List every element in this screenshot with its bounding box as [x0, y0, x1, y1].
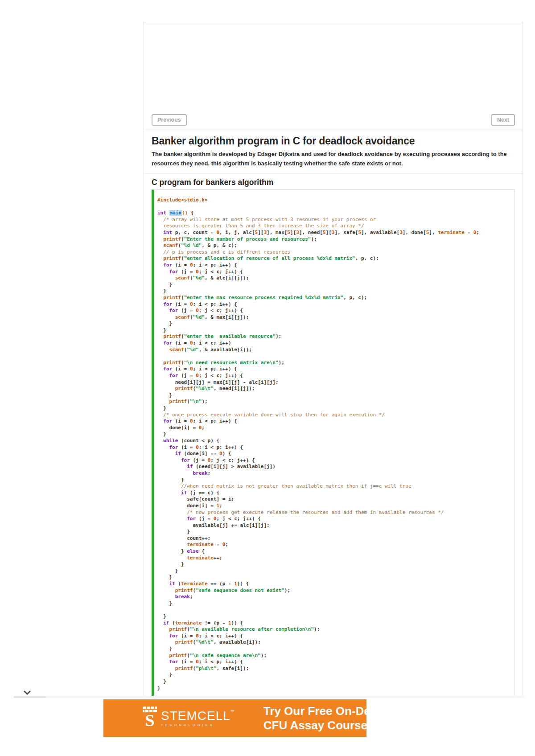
code-line: for (i = 0; i < p; i++) { — [157, 659, 511, 666]
code-line: for (i = 0; i < p; i++) { — [157, 418, 511, 425]
code-line: /* now process get execute release the r… — [157, 509, 511, 516]
code-block: #include<stdio.h> int main() { /* array … — [152, 189, 515, 696]
divider-section — [144, 173, 523, 174]
code-line: } — [157, 392, 511, 399]
code-line: for (j = 0; j < c; j++) { — [157, 516, 511, 522]
chevron-down-icon — [24, 689, 31, 693]
code-line: scanf("%d", & max[i][j]); — [157, 314, 511, 321]
code-line: for (i = 0; i < p; i++) { — [157, 366, 511, 373]
code-line: } — [157, 477, 511, 484]
code-line: for (j = 0; j < c; j++) { — [157, 457, 511, 464]
pager-nav: Previous Next — [152, 114, 515, 126]
code-line: resources is greater than 5 and 3 then i… — [157, 223, 511, 230]
next-button[interactable]: Next — [491, 114, 515, 126]
previous-button[interactable]: Previous — [152, 114, 187, 126]
code-line: printf("\n"); — [157, 399, 511, 405]
code-line: terminate++; — [157, 555, 511, 562]
code-line: scanf("%d %d", & p, & c); — [157, 242, 511, 249]
code-line — [157, 353, 511, 360]
section-heading: C program for bankers algorithm — [152, 178, 515, 187]
top-ad-placeholder — [152, 22, 515, 114]
code-line: } — [157, 320, 511, 327]
stemcell-logo: S STEMCELL™ TECHNOLOGIES — [142, 707, 235, 730]
content-container: Previous Next Banker algorithm program i… — [144, 22, 523, 696]
stemcell-shield-icon: S — [142, 707, 158, 730]
code-line: printf("enter allocation of resource of … — [157, 255, 511, 262]
code-line: break; — [157, 594, 511, 600]
ad-banner[interactable]: S STEMCELL™ TECHNOLOGIES Try Our Free On… — [103, 699, 366, 737]
ad-headline-line1: Try Our Free On-Dem — [263, 704, 366, 718]
stemcell-logo-subtext: TECHNOLOGIES — [161, 723, 235, 727]
code-line: done[i] = 0; — [157, 425, 511, 431]
code-line: if (terminate != (p - 1)) { — [157, 620, 511, 627]
code-line: } — [157, 600, 511, 607]
code-line: done[i] = 1; — [157, 503, 511, 509]
stemcell-logo-name: STEMCELL™ — [161, 710, 235, 722]
code-line: } — [157, 288, 511, 295]
code-line: safe[count] = i; — [157, 496, 511, 503]
code-line: } else { — [157, 548, 511, 555]
code-line: for (i = 0; i < c; i++) — [157, 340, 511, 347]
code-line: //when need matrix is not greater then a… — [157, 483, 511, 490]
code-line: printf("%d\t", need[i][j]); — [157, 386, 511, 392]
stemcell-logo-text: STEMCELL™ TECHNOLOGIES — [161, 710, 235, 727]
code-line: } — [157, 431, 511, 438]
code-line: } — [157, 646, 511, 653]
code-line: for (i = 0; i < p; i++) { — [157, 262, 511, 269]
code-line: available[j] += alc[i][j]; — [157, 522, 511, 529]
code-line: if (j == c) { — [157, 490, 511, 497]
code-line: } — [157, 561, 511, 568]
code-line: /* array will store at most 5 process wi… — [157, 217, 511, 223]
code-line: #include<stdio.h> — [157, 197, 511, 204]
code-line: /* once process execute variable done wi… — [157, 412, 511, 419]
code-line: if (need[i][j] > available[j]) — [157, 464, 511, 470]
code-line: printf("p%d\t", safe[i]); — [157, 666, 511, 672]
code-line — [157, 607, 511, 613]
code-line: } — [157, 405, 511, 412]
code-line: } — [157, 568, 511, 575]
code-line: printf("safe sequence does not exist"); — [157, 588, 511, 594]
code-line: printf("Enter the number of process and … — [157, 236, 511, 243]
code-line: } — [157, 529, 511, 535]
code-line: } — [157, 672, 511, 678]
code-line: printf("\n need resources matrix are\n")… — [157, 360, 511, 366]
code-line: } — [157, 613, 511, 620]
code-line: break; — [157, 470, 511, 477]
code-line: if (terminate == (p - 1)) { — [157, 581, 511, 588]
code-line: // p is process and c is diffrent resour… — [157, 249, 511, 256]
code-line: while (count < p) { — [157, 438, 511, 444]
code-line: int main() { — [157, 210, 511, 217]
code-line: for (j = 0; j < c; j++) { — [157, 373, 511, 379]
code-line: for (j = 0; j < c; j++) { — [157, 269, 511, 275]
code-line: } — [157, 678, 511, 685]
code-line — [157, 204, 511, 210]
code-line: } — [157, 574, 511, 581]
divider-top — [144, 130, 523, 130]
code-line: printf("enter the available resource"); — [157, 333, 511, 340]
code-line: for (i = 0; i < p; i++) { — [157, 301, 511, 308]
ad-headline: Try Our Free On-Dem CFU Assay Course. — [263, 704, 366, 732]
code-line: printf("\n available resource after comp… — [157, 626, 511, 633]
code-line: for (j = 0; j < c; j++) { — [157, 308, 511, 314]
horizontal-scrollbar[interactable] — [14, 696, 525, 698]
code-line: printf("enter the max resource process r… — [157, 295, 511, 301]
code-line: } — [157, 327, 511, 334]
code-line: } — [157, 282, 511, 288]
code-line: for (i = 0; i < c; i++) { — [157, 633, 511, 640]
code-line: if (done[i] == 0) { — [157, 451, 511, 457]
code-line: printf("\n safe sequence are\n"); — [157, 653, 511, 659]
code-line: } — [157, 685, 511, 692]
scrollbar-thumb[interactable] — [14, 696, 46, 698]
page-title: Banker algorithm program in C for deadlo… — [152, 135, 515, 147]
ad-headline-line2: CFU Assay Course. — [263, 718, 366, 732]
trademark-symbol: ™ — [230, 709, 235, 714]
code-line: need[i][j] = max[i][j] - alc[i][j]; — [157, 379, 511, 386]
article-description: The banker algorithm is developed by Eds… — [152, 149, 515, 168]
code-line: count++; — [157, 535, 511, 542]
svg-text:S: S — [145, 711, 154, 728]
code-line: for (i = 0; i < p; i++) { — [157, 444, 511, 451]
code-line: printf("%d\t", available[i]); — [157, 639, 511, 646]
code-line: int p, c, count = 0, i, j, alc[5][3], ma… — [157, 230, 511, 236]
code-line: terminate = 0; — [157, 542, 511, 548]
code-line: scanf("%d", & alc[i][j]); — [157, 275, 511, 282]
